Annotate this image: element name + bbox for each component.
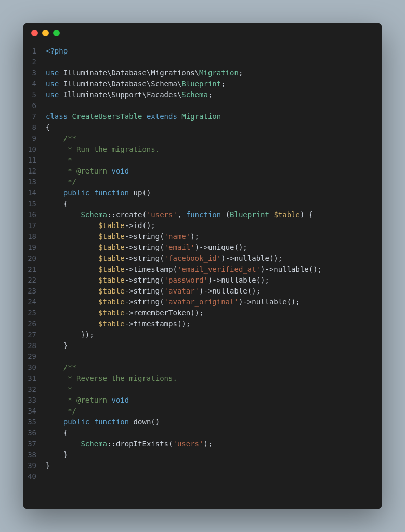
code-line: $table->string('facebook_id')->nullable(… (46, 253, 382, 264)
code-line: Schema::dropIfExists('users'); (46, 438, 382, 449)
code-line: } (46, 449, 382, 460)
code-line: <?php (46, 46, 382, 57)
line-number: 12 (23, 166, 36, 177)
line-number: 7 (23, 111, 36, 122)
code-line: { (46, 428, 382, 438)
code-line (46, 351, 382, 362)
code-line: $table->string('avatar')->nullable(); (46, 286, 382, 297)
line-number: 32 (23, 384, 36, 395)
line-number: 6 (23, 100, 36, 111)
close-icon[interactable] (31, 30, 38, 36)
line-number: 2 (23, 57, 36, 68)
line-number: 26 (23, 318, 36, 329)
line-number: 16 (23, 209, 36, 220)
code-line: * Run the migrations. (46, 144, 382, 155)
code-line (46, 57, 382, 68)
code-line: use Illuminate\Support\Facades\Schema; (46, 89, 382, 100)
code-line: $table->string('avatar_original')->nulla… (46, 297, 382, 308)
code-line: $table->timestamp('email_verified_at')->… (46, 264, 382, 275)
code-line: Schema::create('users', function (Bluepr… (46, 209, 382, 220)
code-line: * @return void (46, 166, 382, 177)
line-number: 24 (23, 297, 36, 308)
code-line: }); (46, 329, 382, 340)
code-line: } (46, 460, 382, 471)
line-number: 25 (23, 308, 36, 318)
code-line: $table->timestamps(); (46, 318, 382, 329)
code-area: 1234567891011121314151617181920212223242… (23, 43, 382, 509)
line-number: 15 (23, 198, 36, 209)
line-number: 10 (23, 144, 36, 155)
line-number: 22 (23, 275, 36, 286)
code-line: /** (46, 362, 382, 373)
code-line: $table->string('name'); (46, 231, 382, 242)
code-line: $table->string('email')->unique(); (46, 242, 382, 253)
line-number: 8 (23, 122, 36, 133)
line-number: 31 (23, 373, 36, 384)
line-number: 1 (23, 46, 36, 57)
line-number: 34 (23, 406, 36, 417)
line-number: 20 (23, 253, 36, 264)
line-number: 38 (23, 449, 36, 460)
line-number: 13 (23, 177, 36, 188)
line-number: 4 (23, 78, 36, 89)
line-number: 39 (23, 460, 36, 471)
line-number: 3 (23, 68, 36, 78)
code-line: class CreateUsersTable extends Migration (46, 111, 382, 122)
line-number: 21 (23, 264, 36, 275)
code-line: * @return void (46, 395, 382, 406)
code-content[interactable]: <?php use Illuminate\Database\Migrations… (46, 46, 382, 503)
line-number: 5 (23, 89, 36, 100)
line-number: 28 (23, 340, 36, 351)
code-line: $table->id(); (46, 220, 382, 231)
line-number: 18 (23, 231, 36, 242)
code-line: * (46, 384, 382, 395)
code-line: $table->string('password')->nullable(); (46, 275, 382, 286)
code-line: use Illuminate\Database\Migrations\Migra… (46, 68, 382, 78)
line-number: 11 (23, 155, 36, 166)
code-line: */ (46, 406, 382, 417)
line-number: 35 (23, 417, 36, 428)
line-number: 30 (23, 362, 36, 373)
code-line (46, 100, 382, 111)
line-number: 40 (23, 471, 36, 482)
line-number: 23 (23, 286, 36, 297)
editor-window: 1234567891011121314151617181920212223242… (23, 23, 382, 509)
minimize-icon[interactable] (42, 30, 49, 36)
line-number: 14 (23, 188, 36, 198)
line-number: 9 (23, 133, 36, 144)
maximize-icon[interactable] (53, 30, 60, 36)
line-number: 29 (23, 351, 36, 362)
line-number-gutter: 1234567891011121314151617181920212223242… (23, 46, 46, 503)
titlebar (23, 23, 382, 43)
code-line: use Illuminate\Database\Schema\Blueprint… (46, 78, 382, 89)
code-line: * (46, 155, 382, 166)
line-number: 17 (23, 220, 36, 231)
line-number: 36 (23, 428, 36, 438)
line-number: 19 (23, 242, 36, 253)
line-number: 33 (23, 395, 36, 406)
code-line: } (46, 340, 382, 351)
code-line: */ (46, 177, 382, 188)
code-line: * Reverse the migrations. (46, 373, 382, 384)
code-line (46, 471, 382, 482)
code-line: public function down() (46, 417, 382, 428)
code-line: { (46, 122, 382, 133)
line-number: 37 (23, 438, 36, 449)
line-number: 27 (23, 329, 36, 340)
code-line: $table->rememberToken(); (46, 308, 382, 318)
code-line: /** (46, 133, 382, 144)
code-line: public function up() (46, 188, 382, 198)
code-line: { (46, 198, 382, 209)
